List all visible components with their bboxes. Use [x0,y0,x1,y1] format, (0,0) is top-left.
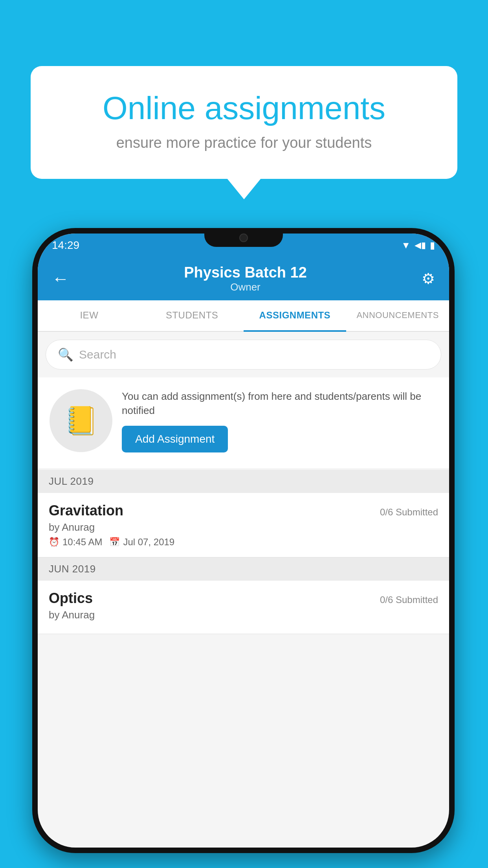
assignment-item-optics[interactable]: Optics 0/6 Submitted by Anurag [38,581,449,634]
add-assignment-description: You can add assignment(s) from here and … [122,389,437,418]
tab-iew[interactable]: IEW [38,300,141,332]
assignment-date: Jul 07, 2019 [123,537,174,548]
meta-time: ⏰ 10:45 AM [49,537,102,548]
assignment-name-optics: Optics [49,590,93,607]
back-button[interactable]: ← [52,269,69,289]
assignment-by-optics: by Anurag [49,609,438,621]
assignment-name: Gravitation [49,502,123,519]
tab-assignments[interactable]: ASSIGNMENTS [244,300,347,332]
assignment-submitted-optics: 0/6 Submitted [380,594,438,605]
tab-students[interactable]: STUDENTS [141,300,244,332]
assignment-row1: Gravitation 0/6 Submitted [49,502,438,519]
header-title-group: Physics Batch 12 Owner [184,264,307,293]
search-bar[interactable]: 🔍 Search [46,340,441,370]
app-header: ← Physics Batch 12 Owner ⚙ [38,257,449,300]
add-assignment-text: You can add assignment(s) from here and … [122,389,437,452]
battery-icon: ▮ [430,240,435,251]
speech-bubble: Online assignments ensure more practice … [31,66,457,179]
assignment-time: 10:45 AM [62,537,102,548]
meta-date: 📅 Jul 07, 2019 [109,537,174,548]
search-placeholder: Search [79,348,116,361]
month-header-jun: JUN 2019 [38,557,449,581]
search-icon: 🔍 [58,347,73,362]
wifi-icon: ▼ [401,240,411,251]
assignment-by: by Anurag [49,521,438,533]
batch-subtitle: Owner [184,281,307,293]
signal-icon: ◀▮ [415,240,426,250]
assignment-icon-circle: 📒 [50,389,112,452]
assignment-item-gravitation[interactable]: Gravitation 0/6 Submitted by Anurag ⏰ 10… [38,493,449,557]
phone-screen: 14:29 ▼ ◀▮ ▮ ← Physics Batch 12 Owner ⚙ … [38,234,449,848]
tabs-bar: IEW STUDENTS ASSIGNMENTS ANNOUNCEMENTS [38,300,449,332]
status-time: 14:29 [52,239,79,252]
phone-camera [239,234,248,242]
add-assignment-button[interactable]: Add Assignment [122,426,228,452]
add-assignment-card: 📒 You can add assignment(s) from here an… [38,377,449,468]
assignment-submitted: 0/6 Submitted [380,507,438,518]
bubble-title: Online assignments [62,90,426,127]
settings-icon[interactable]: ⚙ [422,270,435,287]
tab-announcements[interactable]: ANNOUNCEMENTS [346,300,449,332]
bubble-subtitle: ensure more practice for your students [62,134,426,151]
phone-notch [204,228,283,247]
status-icons: ▼ ◀▮ ▮ [401,240,435,251]
phone-frame: 14:29 ▼ ◀▮ ▮ ← Physics Batch 12 Owner ⚙ … [32,228,455,853]
batch-title: Physics Batch 12 [184,264,307,281]
assignment-meta: ⏰ 10:45 AM 📅 Jul 07, 2019 [49,537,438,548]
calendar-icon: 📅 [109,537,120,547]
notebook-icon: 📒 [64,405,98,437]
month-header-jul: JUL 2019 [38,470,449,493]
clock-icon: ⏰ [49,537,59,547]
assignment-row1-optics: Optics 0/6 Submitted [49,590,438,607]
